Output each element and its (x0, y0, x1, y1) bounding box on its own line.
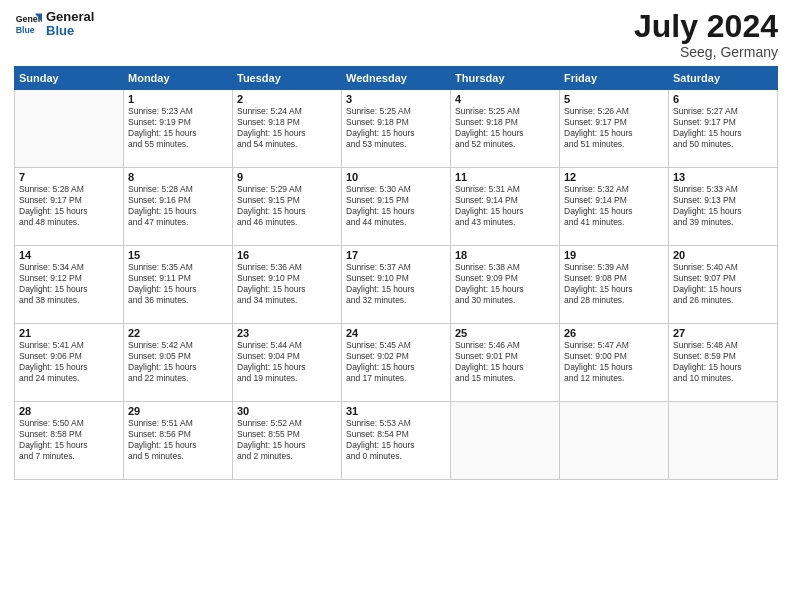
svg-text:Blue: Blue (16, 25, 35, 35)
table-row: 15Sunrise: 5:35 AM Sunset: 9:11 PM Dayli… (124, 246, 233, 324)
day-number: 1 (128, 93, 228, 105)
table-row: 2Sunrise: 5:24 AM Sunset: 9:18 PM Daylig… (233, 90, 342, 168)
logo-general: General (46, 10, 94, 24)
day-number: 21 (19, 327, 119, 339)
table-row: 20Sunrise: 5:40 AM Sunset: 9:07 PM Dayli… (669, 246, 778, 324)
table-row: 25Sunrise: 5:46 AM Sunset: 9:01 PM Dayli… (451, 324, 560, 402)
table-row: 11Sunrise: 5:31 AM Sunset: 9:14 PM Dayli… (451, 168, 560, 246)
day-number: 7 (19, 171, 119, 183)
header-sunday: Sunday (15, 67, 124, 90)
day-number: 13 (673, 171, 773, 183)
cell-text: Sunrise: 5:46 AM Sunset: 9:01 PM Dayligh… (455, 340, 555, 384)
day-number: 14 (19, 249, 119, 261)
cell-text: Sunrise: 5:40 AM Sunset: 9:07 PM Dayligh… (673, 262, 773, 306)
cell-text: Sunrise: 5:37 AM Sunset: 9:10 PM Dayligh… (346, 262, 446, 306)
cell-text: Sunrise: 5:29 AM Sunset: 9:15 PM Dayligh… (237, 184, 337, 228)
table-row: 8Sunrise: 5:28 AM Sunset: 9:16 PM Daylig… (124, 168, 233, 246)
calendar-week-row: 21Sunrise: 5:41 AM Sunset: 9:06 PM Dayli… (15, 324, 778, 402)
day-number: 9 (237, 171, 337, 183)
cell-text: Sunrise: 5:28 AM Sunset: 9:16 PM Dayligh… (128, 184, 228, 228)
cell-text: Sunrise: 5:31 AM Sunset: 9:14 PM Dayligh… (455, 184, 555, 228)
header-tuesday: Tuesday (233, 67, 342, 90)
cell-text: Sunrise: 5:53 AM Sunset: 8:54 PM Dayligh… (346, 418, 446, 462)
day-number: 31 (346, 405, 446, 417)
cell-text: Sunrise: 5:32 AM Sunset: 9:14 PM Dayligh… (564, 184, 664, 228)
day-number: 12 (564, 171, 664, 183)
table-row: 26Sunrise: 5:47 AM Sunset: 9:00 PM Dayli… (560, 324, 669, 402)
table-row: 14Sunrise: 5:34 AM Sunset: 9:12 PM Dayli… (15, 246, 124, 324)
cell-text: Sunrise: 5:39 AM Sunset: 9:08 PM Dayligh… (564, 262, 664, 306)
day-number: 4 (455, 93, 555, 105)
day-number: 27 (673, 327, 773, 339)
header-friday: Friday (560, 67, 669, 90)
cell-text: Sunrise: 5:26 AM Sunset: 9:17 PM Dayligh… (564, 106, 664, 150)
day-number: 28 (19, 405, 119, 417)
logo: General Blue General Blue (14, 10, 94, 39)
day-number: 30 (237, 405, 337, 417)
table-row: 7Sunrise: 5:28 AM Sunset: 9:17 PM Daylig… (15, 168, 124, 246)
day-number: 11 (455, 171, 555, 183)
day-number: 17 (346, 249, 446, 261)
cell-text: Sunrise: 5:28 AM Sunset: 9:17 PM Dayligh… (19, 184, 119, 228)
table-row: 4Sunrise: 5:25 AM Sunset: 9:18 PM Daylig… (451, 90, 560, 168)
day-number: 10 (346, 171, 446, 183)
cell-text: Sunrise: 5:30 AM Sunset: 9:15 PM Dayligh… (346, 184, 446, 228)
day-number: 20 (673, 249, 773, 261)
logo-icon: General Blue (14, 10, 42, 38)
logo-blue: Blue (46, 24, 94, 38)
cell-text: Sunrise: 5:24 AM Sunset: 9:18 PM Dayligh… (237, 106, 337, 150)
page: General Blue General Blue July 2024 Seeg… (0, 0, 792, 612)
table-row: 22Sunrise: 5:42 AM Sunset: 9:05 PM Dayli… (124, 324, 233, 402)
day-number: 3 (346, 93, 446, 105)
table-row: 31Sunrise: 5:53 AM Sunset: 8:54 PM Dayli… (342, 402, 451, 480)
cell-text: Sunrise: 5:41 AM Sunset: 9:06 PM Dayligh… (19, 340, 119, 384)
table-row: 17Sunrise: 5:37 AM Sunset: 9:10 PM Dayli… (342, 246, 451, 324)
table-row: 5Sunrise: 5:26 AM Sunset: 9:17 PM Daylig… (560, 90, 669, 168)
cell-text: Sunrise: 5:36 AM Sunset: 9:10 PM Dayligh… (237, 262, 337, 306)
table-row: 9Sunrise: 5:29 AM Sunset: 9:15 PM Daylig… (233, 168, 342, 246)
table-row: 24Sunrise: 5:45 AM Sunset: 9:02 PM Dayli… (342, 324, 451, 402)
location: Seeg, Germany (634, 44, 778, 60)
month-year: July 2024 (634, 10, 778, 42)
table-row: 10Sunrise: 5:30 AM Sunset: 9:15 PM Dayli… (342, 168, 451, 246)
table-row (560, 402, 669, 480)
table-row: 23Sunrise: 5:44 AM Sunset: 9:04 PM Dayli… (233, 324, 342, 402)
table-row: 1Sunrise: 5:23 AM Sunset: 9:19 PM Daylig… (124, 90, 233, 168)
day-number: 16 (237, 249, 337, 261)
cell-text: Sunrise: 5:47 AM Sunset: 9:00 PM Dayligh… (564, 340, 664, 384)
cell-text: Sunrise: 5:52 AM Sunset: 8:55 PM Dayligh… (237, 418, 337, 462)
table-row: 21Sunrise: 5:41 AM Sunset: 9:06 PM Dayli… (15, 324, 124, 402)
cell-text: Sunrise: 5:25 AM Sunset: 9:18 PM Dayligh… (455, 106, 555, 150)
cell-text: Sunrise: 5:38 AM Sunset: 9:09 PM Dayligh… (455, 262, 555, 306)
day-number: 5 (564, 93, 664, 105)
table-row: 19Sunrise: 5:39 AM Sunset: 9:08 PM Dayli… (560, 246, 669, 324)
cell-text: Sunrise: 5:45 AM Sunset: 9:02 PM Dayligh… (346, 340, 446, 384)
day-number: 22 (128, 327, 228, 339)
cell-text: Sunrise: 5:42 AM Sunset: 9:05 PM Dayligh… (128, 340, 228, 384)
weekday-header-row: Sunday Monday Tuesday Wednesday Thursday… (15, 67, 778, 90)
calendar-week-row: 1Sunrise: 5:23 AM Sunset: 9:19 PM Daylig… (15, 90, 778, 168)
day-number: 26 (564, 327, 664, 339)
cell-text: Sunrise: 5:33 AM Sunset: 9:13 PM Dayligh… (673, 184, 773, 228)
header-saturday: Saturday (669, 67, 778, 90)
cell-text: Sunrise: 5:48 AM Sunset: 8:59 PM Dayligh… (673, 340, 773, 384)
calendar-week-row: 14Sunrise: 5:34 AM Sunset: 9:12 PM Dayli… (15, 246, 778, 324)
table-row: 6Sunrise: 5:27 AM Sunset: 9:17 PM Daylig… (669, 90, 778, 168)
cell-text: Sunrise: 5:27 AM Sunset: 9:17 PM Dayligh… (673, 106, 773, 150)
table-row: 13Sunrise: 5:33 AM Sunset: 9:13 PM Dayli… (669, 168, 778, 246)
cell-text: Sunrise: 5:23 AM Sunset: 9:19 PM Dayligh… (128, 106, 228, 150)
table-row (15, 90, 124, 168)
table-row: 16Sunrise: 5:36 AM Sunset: 9:10 PM Dayli… (233, 246, 342, 324)
table-row: 28Sunrise: 5:50 AM Sunset: 8:58 PM Dayli… (15, 402, 124, 480)
title-block: July 2024 Seeg, Germany (634, 10, 778, 60)
day-number: 19 (564, 249, 664, 261)
day-number: 15 (128, 249, 228, 261)
calendar-table: Sunday Monday Tuesday Wednesday Thursday… (14, 66, 778, 480)
day-number: 8 (128, 171, 228, 183)
header: General Blue General Blue July 2024 Seeg… (14, 10, 778, 60)
calendar-week-row: 28Sunrise: 5:50 AM Sunset: 8:58 PM Dayli… (15, 402, 778, 480)
cell-text: Sunrise: 5:44 AM Sunset: 9:04 PM Dayligh… (237, 340, 337, 384)
table-row (451, 402, 560, 480)
day-number: 18 (455, 249, 555, 261)
day-number: 6 (673, 93, 773, 105)
